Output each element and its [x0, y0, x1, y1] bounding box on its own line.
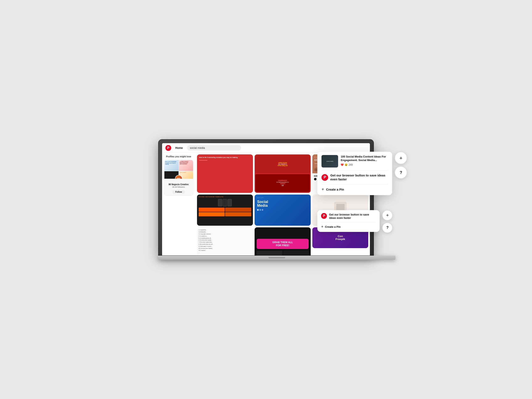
grab-grid-1 [257, 251, 282, 255]
profile-section: Profiles you might love How to fix 5 mar… [162, 153, 195, 255]
pin-4-grid-2 [225, 208, 251, 212]
profile-images: How to fix 5 marketing mistakes you may … [164, 160, 193, 179]
phone-3 [228, 199, 232, 206]
grab-text: GRAB THEM ALLFOR FREE! [259, 241, 306, 247]
pinterest-letter-bottom: P [323, 214, 325, 218]
pin-card-7[interactable]: 1 ) I would like... 2 ) A beautiful... 3… [197, 227, 253, 255]
pin-card-5[interactable]: DESIGN SocialMedia [254, 195, 311, 226]
pin-1-accent [199, 160, 207, 161]
fab-plus-bottom: + [386, 213, 389, 218]
pin-thumbnail: social media [322, 155, 338, 167]
pin-2-bottom: CHURRASCO ACOMPANHAMENTO VERÃO 12 [255, 174, 310, 192]
pin-4-grid-3 [199, 212, 225, 216]
help-fab-bottom[interactable]: ? [382, 222, 393, 233]
help-fab-top[interactable]: ? [395, 166, 407, 179]
search-text: social media [190, 146, 205, 149]
fab-plus-top: + [399, 155, 403, 161]
browser-button-text-bottom: Get our browser button to save ideas eve… [329, 213, 376, 220]
pin-info: 100 Social Media Content Ideas For Engag… [341, 155, 388, 166]
page-wrapper: social media 100 Social Media Content Id… [150, 131, 382, 268]
thumb-label: social media [326, 160, 334, 163]
fab-column-bottom: + ? [382, 210, 393, 233]
pin-4-grid-1 [199, 208, 225, 212]
add-fab-bottom[interactable]: + [382, 210, 393, 221]
popup-browser-button-row: P Get our browser button to save ideas e… [322, 173, 388, 181]
home-nav-item[interactable]: Home [173, 145, 185, 151]
top-right-group: social media 100 Social Media Content Id… [317, 152, 407, 195]
profile-name: Mi Negocio Creativo [166, 183, 191, 186]
pin-preview-section: social media 100 Social Media Content Id… [322, 155, 388, 171]
top-nav: P Home social media [162, 143, 370, 153]
emoji-heart: ❤️ [341, 163, 344, 166]
bottom-right-group-spacer: P Get our browser button to save ideas e… [317, 210, 407, 233]
popup-divider [322, 184, 388, 184]
profile-card[interactable]: How to fix 5 marketing mistakes you may … [164, 160, 193, 196]
pin-card-2[interactable]: OPEN FOOD DE JANEIRO E OPEN BBQ DE CHURR… [254, 154, 311, 193]
pin-5-title: SocialMedia [257, 200, 308, 207]
pin-4-grid [199, 208, 252, 216]
follow-button[interactable]: Follow [172, 190, 185, 194]
profile-followers: 86.4k followers [166, 186, 191, 188]
freepik-title: ConFreepik [336, 235, 345, 241]
laptop-base [158, 256, 396, 260]
pin-7-text: 1 ) I would like... 2 ) A beautiful... 3… [199, 229, 252, 254]
pin-4-label: BOXING INSTAGRAM TEMPLATE [199, 196, 252, 198]
pin-4-phones [199, 199, 252, 206]
help-icon-top: ? [400, 170, 402, 175]
bottom-right-group: P Get our browser button to save ideas e… [317, 210, 407, 233]
emoji-wow: 😮 [345, 163, 348, 166]
pinterest-letter: P [323, 175, 326, 180]
pinterest-logo[interactable]: P [165, 145, 171, 151]
bottom-popup-browser-row: P Get our browser button to save ideas e… [321, 213, 376, 220]
search-bar[interactable]: social media [187, 145, 241, 151]
reaction-count: 249 [348, 163, 353, 166]
logo-letter: P [167, 146, 169, 150]
right-float-container: social media 100 Social Media Content Id… [317, 152, 407, 233]
help-icon-bottom: ? [386, 226, 389, 230]
pin-card-4[interactable]: BOXING INSTAGRAM TEMPLATE [197, 195, 253, 226]
top-right-card: social media 100 Social Media Content Id… [317, 152, 392, 195]
laptop-notch [268, 257, 285, 258]
create-pin-row-top[interactable]: + Create a Pin [322, 187, 388, 192]
plus-icon-top: + [322, 187, 324, 192]
pinterest-icon-bottom: P [321, 213, 327, 219]
pin-card-title: 100 Social Media Content Ideas For Engag… [341, 155, 388, 162]
browser-button-text: Get our browser button to save ideas eve… [330, 173, 388, 181]
pin-reactions: ❤️ 😮 249 [341, 163, 388, 166]
create-pin-label-top: Create a Pin [326, 188, 344, 191]
create-pin-row-bottom[interactable]: + Create a Pin [321, 225, 376, 229]
profile-info: Mi Negocio Creativo 86.4k followers Foll… [164, 179, 193, 196]
pin-5-brand: DESIGN [257, 197, 308, 198]
squarespace-logo-small [314, 178, 317, 180]
pin-4-grid-4 [225, 212, 251, 216]
pin-card-8[interactable]: GRAB THEM ALLFOR FREE! [254, 227, 311, 255]
fab-column-top: + ? [395, 152, 407, 179]
pin-2-top: OPEN FOOD DE JANEIRO E OPEN BBQ DE [255, 155, 310, 173]
pinterest-icon-top: P [322, 174, 328, 181]
laptop-wrapper: social media 100 Social Media Content Id… [158, 139, 374, 260]
grab-grid-2 [283, 251, 309, 255]
grab-grid [257, 251, 309, 255]
bottom-right-card: P Get our browser button to save ideas e… [317, 210, 380, 232]
pin-5-dots [257, 209, 308, 211]
create-pin-label-bottom: Create a Pin [325, 225, 341, 228]
plus-icon-bottom: + [321, 225, 323, 229]
profile-thumb-1: How to fix 5 marketing mistakes you may … [164, 160, 178, 171]
pin-card-1[interactable]: How to fix 5 marketing mistakes you may … [197, 154, 253, 193]
profiles-title: Profiles you might love [164, 155, 193, 158]
profile-thumb-2: ¿CÓMO PUEDO RENTABILIZAR INSTAGRAM? [179, 160, 193, 171]
freepik-content: ConFreepik [336, 235, 345, 241]
phone-2 [223, 199, 227, 206]
add-fab-top[interactable]: + [395, 152, 407, 164]
pin-1-text: How to fix 5 marketing mistakes you may … [199, 157, 251, 159]
phone-1 [218, 199, 222, 206]
grab-banner: GRAB THEM ALLFOR FREE! [257, 239, 309, 249]
